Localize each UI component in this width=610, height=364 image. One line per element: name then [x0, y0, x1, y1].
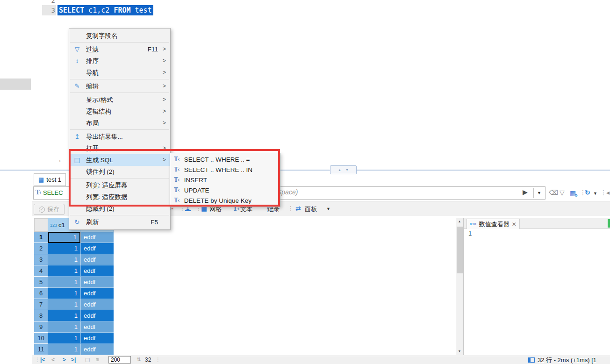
context-menu-item[interactable]: 布局>: [69, 117, 170, 129]
panel-toggle-icon[interactable]: ⇄: [295, 205, 301, 212]
cell-c1[interactable]: 1: [48, 321, 80, 333]
context-menu-item[interactable]: ↥导出结果集...: [69, 131, 170, 143]
menu-separator: [70, 42, 169, 43]
context-menu-item[interactable]: ↕排序>: [69, 55, 170, 67]
context-menu-item[interactable]: ▤生成 SQL>: [69, 154, 170, 166]
context-menu-item[interactable]: 逻辑结构>: [69, 106, 170, 117]
context-menu-item[interactable]: 列宽: 适应屏幕: [69, 179, 170, 191]
row-number[interactable]: 1: [34, 232, 48, 243]
first-page-button[interactable]: |<: [40, 357, 45, 363]
cell-c2[interactable]: eddf: [80, 254, 114, 265]
row-number[interactable]: 10: [34, 333, 48, 344]
row-number[interactable]: 2: [34, 243, 48, 254]
menu-item-label: 隐藏列 (2): [86, 205, 115, 212]
row-number[interactable]: 7: [34, 299, 48, 310]
refresh-dropdown-icon[interactable]: ▼: [593, 191, 597, 196]
submenu-item[interactable]: T‹INSERT: [170, 175, 280, 185]
row-number[interactable]: 6: [34, 288, 48, 299]
context-menu-item[interactable]: 显示/格式>: [69, 94, 170, 106]
filter-settings-icon[interactable]: ▽: [560, 189, 565, 196]
submenu-item[interactable]: T‹DELETE by Unique Key: [170, 195, 280, 206]
cell-c2[interactable]: eddf: [80, 232, 114, 243]
submenu-arrow-icon: >: [163, 143, 166, 154]
next-page-button[interactable]: >: [63, 357, 66, 363]
cell-c1[interactable]: 1: [48, 288, 80, 299]
context-menu-item[interactable]: 锁住列 (2): [69, 166, 170, 178]
context-menu-item[interactable]: 打开>: [69, 143, 170, 154]
grid-corner-header[interactable]: [34, 218, 48, 232]
cell-c1[interactable]: 1: [48, 243, 80, 254]
fetch-all-icon[interactable]: ⧈: [96, 357, 99, 363]
collapse-chevron-icon[interactable]: ‹: [59, 157, 61, 164]
cell-c2[interactable]: eddf: [80, 243, 114, 254]
scroll-down-icon[interactable]: ▼: [457, 350, 462, 353]
submenu-item[interactable]: T‹SELECT .. WHERE .. =: [170, 154, 280, 164]
table-options-icon[interactable]: ▦⚙: [570, 189, 576, 197]
page-size-input[interactable]: [108, 356, 131, 364]
cell-c2[interactable]: eddf: [80, 288, 114, 299]
row-number[interactable]: 8: [34, 310, 48, 321]
context-menu-item[interactable]: 隐藏列 (2): [69, 203, 170, 214]
clipped-panel-button[interactable]: [608, 219, 610, 228]
close-icon[interactable]: ✕: [512, 221, 517, 228]
submenu-item-label: SELECT .. WHERE .. IN: [184, 166, 252, 173]
submenu-item[interactable]: T‹UPDATE: [170, 185, 280, 195]
cell-c2[interactable]: eddf: [80, 265, 114, 277]
filter-query-text: SELEC: [43, 189, 63, 196]
row-number[interactable]: 3: [34, 254, 48, 265]
cell-c1[interactable]: 1: [48, 310, 80, 321]
cell-c2[interactable]: eddf: [80, 333, 114, 344]
filter-history-dropdown-icon[interactable]: ▼: [537, 191, 541, 195]
context-menu-item[interactable]: ✎编辑>: [69, 80, 170, 92]
submenu-arrow-icon: >: [163, 154, 166, 166]
clear-filter-icon[interactable]: ⌫: [549, 189, 558, 196]
execute-filter-button[interactable]: ▶: [523, 188, 528, 196]
cell-c2[interactable]: eddf: [80, 310, 114, 321]
menu-separator: [70, 93, 169, 93]
cell-c1[interactable]: 1: [48, 254, 80, 265]
panel-divider[interactable]: [463, 218, 464, 355]
previous-page-button[interactable]: <: [51, 357, 55, 363]
scroll-up-icon[interactable]: ▲: [457, 220, 462, 223]
collapse-down-icon[interactable]: ▼: [345, 168, 349, 171]
context-menu-item[interactable]: ▽过滤F11>: [69, 43, 170, 55]
splitter-collapse-button[interactable]: ▲ ▼: [330, 165, 357, 174]
export-icon: ↥: [72, 131, 82, 143]
value-viewer-tab[interactable]: 010 数值查看器 ✕: [466, 219, 520, 229]
row-number[interactable]: 4: [34, 265, 48, 277]
cell-c2[interactable]: eddf: [80, 299, 114, 310]
cell-c2[interactable]: eddf: [80, 321, 114, 333]
results-tab[interactable]: ▦ test 1: [34, 173, 66, 186]
cell-c1[interactable]: 1: [48, 344, 80, 355]
cell-c2[interactable]: eddf: [80, 277, 114, 288]
panel-dropdown-icon[interactable]: ▼: [326, 207, 330, 211]
sql-selected-text[interactable]: SELECT c1,c2 FROM test: [57, 5, 153, 15]
refresh-result-icon[interactable]: ↻: [585, 189, 590, 196]
cell-c1[interactable]: 1: [48, 299, 80, 310]
clipped-edge-icon[interactable]: ◂: [606, 189, 610, 196]
save-button[interactable]: ✓ 保存: [34, 204, 65, 215]
scrollbar-thumb[interactable]: [457, 227, 463, 273]
fetch-page-icon[interactable]: ▢: [85, 357, 90, 363]
dbeaver-window: 2 3 SELECT c1,c2 FROM test ‹ ▲ ▼ ▦ test …: [0, 0, 610, 364]
context-menu-item[interactable]: 导航>: [69, 67, 170, 79]
context-menu-item[interactable]: ↻刷新F5: [69, 216, 170, 228]
value-viewer-icon: 010: [470, 222, 477, 226]
cell-c1[interactable]: 1: [48, 232, 80, 243]
row-number[interactable]: 9: [34, 321, 48, 333]
table-row: 81eddf: [34, 310, 114, 321]
cell-c1[interactable]: 1: [48, 333, 80, 344]
row-number[interactable]: 11: [34, 344, 48, 355]
context-menu-item[interactable]: 复制字段名: [69, 30, 170, 42]
cell-c2[interactable]: eddf: [80, 344, 114, 355]
collapse-up-icon[interactable]: ▲: [338, 168, 341, 171]
submenu-item[interactable]: T‹SELECT .. WHERE .. IN: [170, 164, 280, 175]
cell-c1[interactable]: 1: [48, 277, 80, 288]
last-page-button[interactable]: >|: [71, 357, 76, 363]
panel-label[interactable]: 面板: [305, 205, 317, 214]
table-row: 31eddf: [34, 254, 114, 265]
row-number[interactable]: 5: [34, 277, 48, 288]
refetch-icon[interactable]: ⇅: [136, 357, 141, 363]
cell-c1[interactable]: 1: [48, 265, 80, 277]
context-menu-item[interactable]: 列宽: 适应数据: [69, 191, 170, 203]
